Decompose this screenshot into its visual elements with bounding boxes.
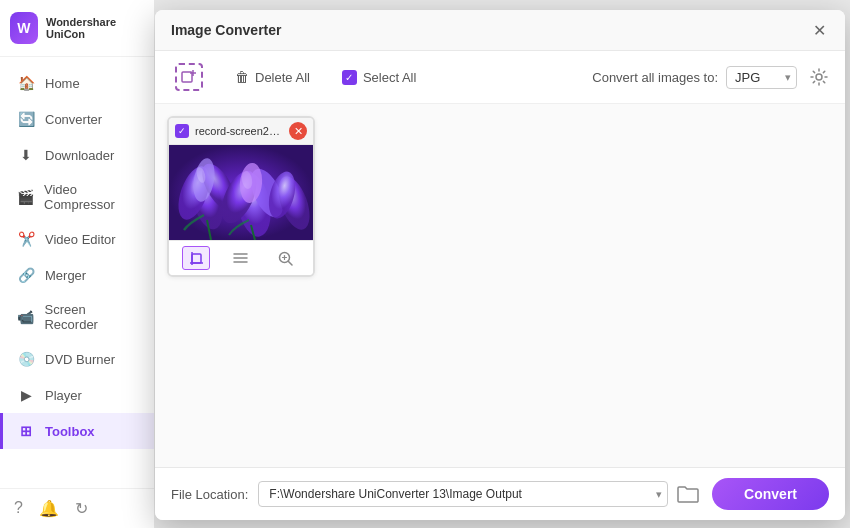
delete-all-button[interactable]: 🗑 Delete All <box>227 65 318 89</box>
close-button[interactable]: ✕ <box>809 20 829 40</box>
format-select-wrap: JPG PNG BMP GIF TIFF WEBP <box>726 66 797 89</box>
toolbox-icon: ⊞ <box>17 422 35 440</box>
help-icon[interactable]: ? <box>14 499 23 518</box>
file-location-label: File Location: <box>171 487 248 502</box>
file-checkbox[interactable]: ✓ <box>175 124 189 138</box>
modal-titlebar: Image Converter ✕ <box>155 10 845 51</box>
sidebar-nav: 🏠 Home 🔄 Converter ⬇ Downloader 🎬 Video … <box>0 57 154 488</box>
sidebar-item-dvd-burner[interactable]: 💿 DVD Burner <box>0 341 154 377</box>
app-header: W Wondershare UniCon <box>0 0 154 57</box>
downloader-icon: ⬇ <box>17 146 35 164</box>
menu-button[interactable] <box>227 246 255 270</box>
player-icon: ▶ <box>17 386 35 404</box>
image-card-header: ✓ record-screen22.JPG ✕ <box>169 118 313 145</box>
file-name: record-screen22.JPG <box>195 125 283 137</box>
convert-all-label: Convert all images to: <box>592 70 718 85</box>
dvd-burner-icon: 💿 <box>17 350 35 368</box>
modal-title: Image Converter <box>171 22 281 38</box>
delete-all-label: Delete All <box>255 70 310 85</box>
image-preview <box>169 145 313 240</box>
sidebar-item-label: Merger <box>45 268 86 283</box>
sidebar-item-toolbox[interactable]: ⊞ Toolbox <box>0 413 154 449</box>
sidebar-item-video-compressor[interactable]: 🎬 Video Compressor <box>0 173 154 221</box>
sidebar-item-merger[interactable]: 🔗 Merger <box>0 257 154 293</box>
image-card-footer <box>169 240 313 275</box>
format-settings-button[interactable] <box>805 63 833 91</box>
sidebar-item-downloader[interactable]: ⬇ Downloader <box>0 137 154 173</box>
sidebar-item-label: Screen Recorder <box>44 302 140 332</box>
sidebar-item-label: Video Editor <box>45 232 116 247</box>
location-input-wrap: F:\Wondershare UniConverter 13\Image Out… <box>258 480 702 508</box>
app-logo: W <box>10 12 38 44</box>
sidebar-item-screen-recorder[interactable]: 📹 Screen Recorder <box>0 293 154 341</box>
video-editor-icon: ✂️ <box>17 230 35 248</box>
zoom-button[interactable] <box>272 246 300 270</box>
sidebar-item-label: Toolbox <box>45 424 95 439</box>
home-icon: 🏠 <box>17 74 35 92</box>
sidebar-item-video-editor[interactable]: ✂️ Video Editor <box>0 221 154 257</box>
image-card: ✓ record-screen22.JPG ✕ <box>167 116 315 277</box>
sidebar-item-converter[interactable]: 🔄 Converter <box>0 101 154 137</box>
select-all-button[interactable]: ✓ Select All <box>334 66 424 89</box>
video-compressor-icon: 🎬 <box>17 188 34 206</box>
notification-icon[interactable]: 🔔 <box>39 499 59 518</box>
convert-button[interactable]: Convert <box>712 478 829 510</box>
sidebar-item-player[interactable]: ▶ Player <box>0 377 154 413</box>
remove-file-button[interactable]: ✕ <box>289 122 307 140</box>
svg-line-24 <box>289 261 293 265</box>
sidebar-item-home[interactable]: 🏠 Home <box>0 65 154 101</box>
modal-footer: File Location: F:\Wondershare UniConvert… <box>155 467 845 520</box>
format-select[interactable]: JPG PNG BMP GIF TIFF WEBP <box>726 66 797 89</box>
svg-rect-17 <box>192 254 201 263</box>
screen-recorder-icon: 📹 <box>17 308 34 326</box>
sidebar-item-label: Player <box>45 388 82 403</box>
select-all-label: Select All <box>363 70 416 85</box>
svg-point-3 <box>816 74 822 80</box>
image-converter-modal: Image Converter ✕ 🗑 Delete All ✓ Select … <box>155 10 845 520</box>
add-files-icon <box>175 63 203 91</box>
sidebar-item-label: Video Compressor <box>44 182 140 212</box>
modal-content: ✓ record-screen22.JPG ✕ <box>155 104 845 467</box>
sidebar-item-label: Downloader <box>45 148 114 163</box>
sidebar-footer: ? 🔔 ↻ <box>0 488 154 528</box>
location-select-wrap: F:\Wondershare UniConverter 13\Image Out… <box>258 481 668 507</box>
crop-button[interactable] <box>182 246 210 270</box>
add-files-button[interactable] <box>167 59 211 95</box>
browse-folder-button[interactable] <box>674 480 702 508</box>
app-name: Wondershare UniCon <box>46 16 144 40</box>
converter-icon: 🔄 <box>17 110 35 128</box>
refresh-icon[interactable]: ↻ <box>75 499 88 518</box>
delete-icon: 🗑 <box>235 69 249 85</box>
sidebar-item-label: Converter <box>45 112 102 127</box>
convert-all-section: Convert all images to: JPG PNG BMP GIF T… <box>592 63 833 91</box>
sidebar: W Wondershare UniCon 🏠 Home 🔄 Converter … <box>0 0 155 528</box>
merger-icon: 🔗 <box>17 266 35 284</box>
sidebar-item-label: DVD Burner <box>45 352 115 367</box>
location-select[interactable]: F:\Wondershare UniConverter 13\Image Out… <box>258 481 668 507</box>
select-all-checkbox: ✓ <box>342 70 357 85</box>
sidebar-item-label: Home <box>45 76 80 91</box>
modal-toolbar: 🗑 Delete All ✓ Select All Convert all im… <box>155 51 845 104</box>
